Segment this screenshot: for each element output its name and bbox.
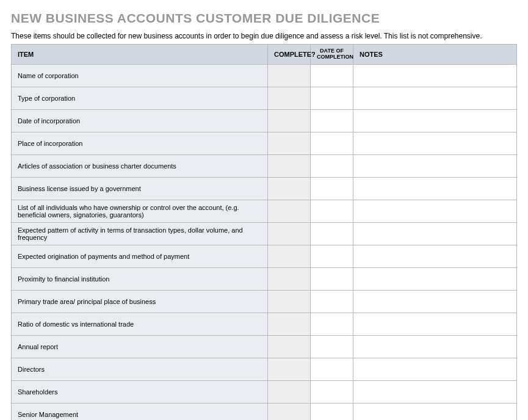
complete-cell[interactable]	[268, 177, 311, 200]
header-date: DATE OF COMPLETION	[311, 45, 353, 65]
item-cell: Senior Management	[12, 403, 268, 420]
notes-cell[interactable]	[353, 358, 517, 380]
complete-cell[interactable]	[268, 132, 311, 154]
item-cell: Directors	[12, 358, 268, 380]
complete-cell[interactable]	[268, 222, 311, 245]
page-title: NEW BUSINESS ACCOUNTS CUSTOMER DUE DILIG…	[11, 11, 517, 26]
notes-cell[interactable]	[353, 290, 517, 313]
date-cell[interactable]	[311, 335, 353, 358]
complete-cell[interactable]	[268, 313, 311, 335]
item-cell: Expected pattern of activity in terms of…	[12, 222, 268, 245]
table-row: Business license issued by a government	[12, 177, 517, 200]
item-cell: Annual report	[12, 335, 268, 358]
page-subtitle: These items should be collected for new …	[11, 32, 517, 40]
notes-cell[interactable]	[353, 245, 517, 267]
date-cell[interactable]	[311, 222, 353, 245]
table-row: Date of incorporation	[12, 109, 517, 132]
item-cell: Business license issued by a government	[12, 177, 268, 200]
notes-cell[interactable]	[353, 313, 517, 335]
table-row: Proximity to financial institution	[12, 267, 517, 290]
date-cell[interactable]	[311, 313, 353, 335]
item-cell: List of all individuals who have ownersh…	[12, 200, 268, 222]
complete-cell[interactable]	[268, 335, 311, 358]
item-cell: Type of corporation	[12, 87, 268, 109]
date-cell[interactable]	[311, 154, 353, 177]
date-cell[interactable]	[311, 267, 353, 290]
table-row: Articles of association or business char…	[12, 154, 517, 177]
complete-cell[interactable]	[268, 290, 311, 313]
complete-cell[interactable]	[268, 87, 311, 109]
table-row: Type of corporation	[12, 87, 517, 109]
notes-cell[interactable]	[353, 403, 517, 420]
notes-cell[interactable]	[353, 64, 517, 87]
complete-cell[interactable]	[268, 109, 311, 132]
item-cell: Primary trade area/ principal place of b…	[12, 290, 268, 313]
table-row: Ratio of domestic vs international trade	[12, 313, 517, 335]
notes-cell[interactable]	[353, 132, 517, 154]
date-cell[interactable]	[311, 87, 353, 109]
notes-cell[interactable]	[353, 87, 517, 109]
complete-cell[interactable]	[268, 358, 311, 380]
header-complete: COMPLETE?	[268, 45, 311, 65]
table-row: List of all individuals who have ownersh…	[12, 200, 517, 222]
date-cell[interactable]	[311, 403, 353, 420]
complete-cell[interactable]	[268, 200, 311, 222]
table-row: Expected origination of payments and met…	[12, 245, 517, 267]
notes-cell[interactable]	[353, 200, 517, 222]
item-cell: Name of corporation	[12, 64, 268, 87]
item-cell: Proximity to financial institution	[12, 267, 268, 290]
date-cell[interactable]	[311, 177, 353, 200]
due-diligence-table: ITEM COMPLETE? DATE OF COMPLETION NOTES …	[11, 44, 517, 420]
table-row: Place of incorporation	[12, 132, 517, 154]
table-row: Shareholders	[12, 380, 517, 403]
table-row: Annual report	[12, 335, 517, 358]
date-cell[interactable]	[311, 380, 353, 403]
table-row: Senior Management	[12, 403, 517, 420]
item-cell: Shareholders	[12, 380, 268, 403]
complete-cell[interactable]	[268, 245, 311, 267]
date-cell[interactable]	[311, 200, 353, 222]
table-row: Expected pattern of activity in terms of…	[12, 222, 517, 245]
item-cell: Articles of association or business char…	[12, 154, 268, 177]
notes-cell[interactable]	[353, 177, 517, 200]
table-row: Primary trade area/ principal place of b…	[12, 290, 517, 313]
complete-cell[interactable]	[268, 380, 311, 403]
date-cell[interactable]	[311, 132, 353, 154]
notes-cell[interactable]	[353, 222, 517, 245]
date-cell[interactable]	[311, 290, 353, 313]
date-cell[interactable]	[311, 358, 353, 380]
date-cell[interactable]	[311, 109, 353, 132]
complete-cell[interactable]	[268, 403, 311, 420]
header-notes: NOTES	[353, 45, 517, 65]
item-cell: Expected origination of payments and met…	[12, 245, 268, 267]
complete-cell[interactable]	[268, 154, 311, 177]
item-cell: Place of incorporation	[12, 132, 268, 154]
notes-cell[interactable]	[353, 109, 517, 132]
date-cell[interactable]	[311, 245, 353, 267]
notes-cell[interactable]	[353, 267, 517, 290]
notes-cell[interactable]	[353, 335, 517, 358]
item-cell: Date of incorporation	[12, 109, 268, 132]
complete-cell[interactable]	[268, 64, 311, 87]
table-row: Directors	[12, 358, 517, 380]
item-cell: Ratio of domestic vs international trade	[12, 313, 268, 335]
notes-cell[interactable]	[353, 154, 517, 177]
header-item: ITEM	[12, 45, 268, 65]
table-header-row: ITEM COMPLETE? DATE OF COMPLETION NOTES	[12, 45, 517, 65]
date-cell[interactable]	[311, 64, 353, 87]
table-row: Name of corporation	[12, 64, 517, 87]
complete-cell[interactable]	[268, 267, 311, 290]
notes-cell[interactable]	[353, 380, 517, 403]
